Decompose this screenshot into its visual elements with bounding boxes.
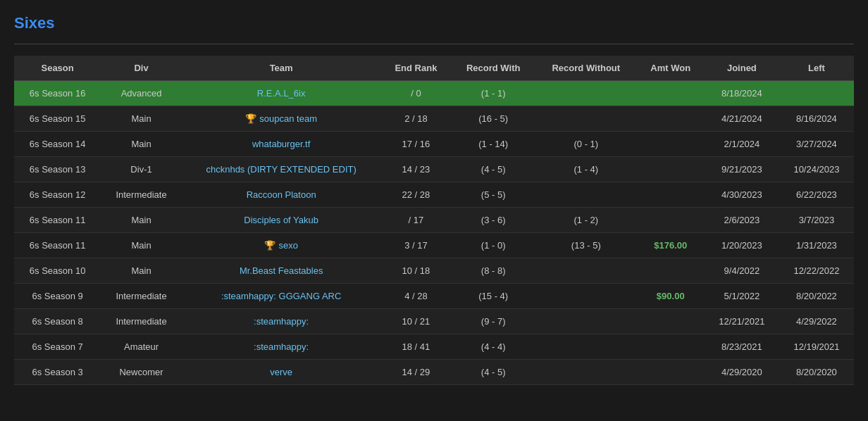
column-header-div: Div <box>101 56 182 81</box>
cell-div: Intermediate <box>101 182 182 208</box>
page-title: Sixes <box>14 14 854 32</box>
table-row: 6s Season 8Intermediate:steamhappy:10 / … <box>14 309 854 334</box>
cell-record-with: (5 - 5) <box>451 182 535 208</box>
team-link[interactable]: verve <box>270 367 292 377</box>
table-row: 6s Season 7Amateur:steamhappy:18 / 41(4 … <box>14 334 854 360</box>
team-link[interactable]: whataburger.tf <box>252 139 310 149</box>
cell-season: 6s Season 12 <box>14 182 101 208</box>
cell-div: Advanced <box>101 81 182 106</box>
table-body: 6s Season 16AdvancedR.E.A.L_6ix/ 0(1 - 1… <box>14 81 854 385</box>
cell-left: 8/20/2020 <box>779 360 854 385</box>
cell-record-with: (3 - 6) <box>451 208 535 233</box>
team-link[interactable]: R.E.A.L_6ix <box>257 88 306 99</box>
cell-record-with: (8 - 8) <box>451 258 535 284</box>
cell-season: 6s Season 11 <box>14 208 101 233</box>
team-link[interactable]: soupcan team <box>259 113 317 124</box>
table-row: 6s Season 14Mainwhataburger.tf17 / 16(1 … <box>14 132 854 157</box>
cell-div: Newcomer <box>101 360 182 385</box>
cell-joined: 4/21/2024 <box>705 106 779 132</box>
cell-left: 1/31/2023 <box>779 233 854 258</box>
table-row: 6s Season 15Main🏆soupcan team2 / 18(16 -… <box>14 106 854 132</box>
cell-season: 6s Season 8 <box>14 309 101 334</box>
cell-end-rank: / 17 <box>380 208 451 233</box>
cell-season: 6s Season 11 <box>14 233 101 258</box>
cell-end-rank: 2 / 18 <box>380 106 451 132</box>
cell-joined: 9/4/2022 <box>705 258 779 284</box>
cell-season: 6s Season 7 <box>14 334 101 360</box>
cell-left: 8/20/2022 <box>779 284 854 309</box>
cell-div: Main <box>101 258 182 284</box>
team-link[interactable]: :steamhappy: <box>254 341 309 352</box>
cell-season: 6s Season 13 <box>14 157 101 182</box>
cell-season: 6s Season 16 <box>14 81 101 106</box>
cell-team: 🏆sexo <box>182 233 381 258</box>
column-header-left: Left <box>779 56 854 81</box>
cell-left: 6/22/2023 <box>779 182 854 208</box>
cell-amt-won <box>637 157 705 182</box>
seasons-table: SeasonDivTeamEnd RankRecord WithRecord W… <box>14 56 854 385</box>
cell-team: Raccoon Platoon <box>182 182 381 208</box>
cell-team: Disciples of Yakub <box>182 208 381 233</box>
cell-joined: 4/29/2020 <box>705 360 779 385</box>
cell-amt-won <box>637 309 705 334</box>
team-link[interactable]: :steamhappy: GGGANG ARC <box>221 291 342 301</box>
team-link[interactable]: sexo <box>278 240 297 251</box>
cell-team: Mr.Beast Feastables <box>182 258 381 284</box>
cell-amt-won <box>637 106 705 132</box>
cell-left: 3/27/2024 <box>779 132 854 157</box>
cell-team: chcknhds (DIRTY EXTENDED EDIT) <box>182 157 381 182</box>
header-row: SeasonDivTeamEnd RankRecord WithRecord W… <box>14 56 854 81</box>
table-row: 6s Season 16AdvancedR.E.A.L_6ix/ 0(1 - 1… <box>14 81 854 106</box>
cell-amt-won <box>637 360 705 385</box>
column-header-amt-won: Amt Won <box>637 56 705 81</box>
cell-left: 10/24/2023 <box>779 157 854 182</box>
cell-div: Intermediate <box>101 284 182 309</box>
team-link[interactable]: Raccoon Platoon <box>247 189 316 200</box>
cell-amt-won <box>637 182 705 208</box>
table-row: 6s Season 11Main🏆sexo3 / 17(1 - 0)(13 - … <box>14 233 854 258</box>
cell-amt-won: $176.00 <box>637 233 705 258</box>
cell-amt-won: $90.00 <box>637 284 705 309</box>
cell-div: Main <box>101 106 182 132</box>
cell-record-without <box>535 106 637 132</box>
team-link[interactable]: chcknhds (DIRTY EXTENDED EDIT) <box>206 164 356 175</box>
cell-left: 3/7/2023 <box>779 208 854 233</box>
cell-record-with: (4 - 4) <box>451 334 535 360</box>
cell-div: Intermediate <box>101 309 182 334</box>
cell-record-with: (4 - 5) <box>451 157 535 182</box>
cell-end-rank: / 0 <box>380 81 451 106</box>
cell-record-with: (9 - 7) <box>451 309 535 334</box>
cell-joined: 8/18/2024 <box>705 81 779 106</box>
cell-end-rank: 18 / 41 <box>380 334 451 360</box>
column-header-end-rank: End Rank <box>380 56 451 81</box>
cell-team: :steamhappy: <box>182 334 381 360</box>
team-link[interactable]: Disciples of Yakub <box>244 215 318 225</box>
cell-amt-won <box>637 208 705 233</box>
column-header-team: Team <box>182 56 381 81</box>
cell-record-without: (13 - 5) <box>535 233 637 258</box>
cell-team: :steamhappy: GGGANG ARC <box>182 284 381 309</box>
cell-end-rank: 17 / 16 <box>380 132 451 157</box>
cell-team: 🏆soupcan team <box>182 106 381 132</box>
cell-record-with: (16 - 5) <box>451 106 535 132</box>
cell-record-without: (1 - 4) <box>535 157 637 182</box>
cell-end-rank: 14 / 29 <box>380 360 451 385</box>
cell-end-rank: 10 / 21 <box>380 309 451 334</box>
trophy-icon: 🏆 <box>264 240 275 251</box>
cell-record-without: (0 - 1) <box>535 132 637 157</box>
sixes-link[interactable]: Sixes <box>14 14 55 32</box>
cell-team: whataburger.tf <box>182 132 381 157</box>
cell-season: 6s Season 15 <box>14 106 101 132</box>
cell-joined: 9/21/2023 <box>705 157 779 182</box>
cell-amt-won <box>637 334 705 360</box>
cell-record-with: (1 - 14) <box>451 132 535 157</box>
table-row: 6s Season 3Newcomerverve14 / 29(4 - 5)4/… <box>14 360 854 385</box>
cell-left <box>779 81 854 106</box>
cell-record-with: (4 - 5) <box>451 360 535 385</box>
team-link[interactable]: :steamhappy: <box>254 316 309 327</box>
cell-end-rank: 14 / 23 <box>380 157 451 182</box>
cell-joined: 8/23/2021 <box>705 334 779 360</box>
cell-end-rank: 10 / 18 <box>380 258 451 284</box>
cell-amt-won <box>637 81 705 106</box>
team-link[interactable]: Mr.Beast Feastables <box>240 265 323 276</box>
